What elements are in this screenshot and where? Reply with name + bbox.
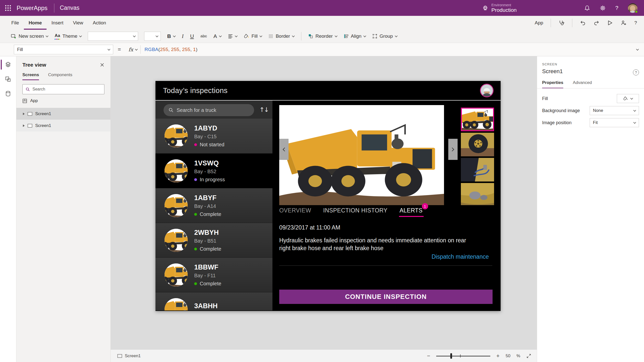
zoom-out-button[interactable]: − <box>427 353 430 359</box>
truck-list-item[interactable]: 1ABYF Bay - A14 Complete <box>155 188 272 223</box>
tab-inspection-history[interactable]: INSPECTION HISTORY <box>323 207 388 214</box>
truck-list-item[interactable]: 3ABHH Bay - B09 <box>155 292 272 310</box>
tab-screens[interactable]: Screens <box>22 72 39 80</box>
menu-view[interactable]: View <box>68 16 88 30</box>
fill-color-picker[interactable] <box>617 94 639 103</box>
preview-play-icon[interactable] <box>607 20 613 26</box>
status-text: Complete <box>200 211 221 217</box>
align-button[interactable]: Align <box>340 31 369 41</box>
dispatch-maintenance-link[interactable]: Dispatch maintenance <box>431 253 489 260</box>
image-position-select[interactable]: Fit <box>590 118 639 127</box>
tree-tabs: Screens Components <box>22 72 104 80</box>
user-avatar[interactable] <box>628 3 637 13</box>
zoom-slider[interactable] <box>436 353 490 359</box>
settings-gear-icon[interactable] <box>600 5 606 11</box>
notifications-bell-icon[interactable] <box>584 5 590 11</box>
panel-help-icon[interactable]: ? <box>633 69 639 75</box>
tree-search-input[interactable] <box>32 87 95 92</box>
help-icon[interactable]: ? <box>615 5 618 11</box>
carousel-thumbnail-brake-hose[interactable] <box>461 158 494 182</box>
zoom-slider-handle[interactable] <box>450 353 452 359</box>
alert-timestamp: 09/23/2017 at 11:00 AM <box>279 224 340 231</box>
zoom-in-button[interactable]: + <box>496 353 500 359</box>
redo-icon[interactable] <box>593 20 599 26</box>
tabs-divider <box>537 88 644 88</box>
carousel-prev-button[interactable] <box>279 139 289 160</box>
background-image-select[interactable]: None <box>590 106 639 115</box>
formula-expand-chevron[interactable] <box>636 48 639 51</box>
theme-button[interactable]: Aa Theme <box>51 31 85 41</box>
tab-advanced[interactable]: Advanced <box>573 80 592 88</box>
rail-tree-view-icon[interactable] <box>0 57 16 72</box>
app-header[interactable]: Today’s inspections <box>155 81 501 101</box>
expand-caret-icon[interactable] <box>23 113 25 115</box>
app-button[interactable]: App <box>535 20 543 26</box>
strikethrough-button[interactable]: abc <box>197 31 210 41</box>
paint-bucket-icon <box>623 96 628 101</box>
tab-alerts[interactable]: ALERTS 1 <box>399 207 422 214</box>
help-icon[interactable]: ? <box>634 20 637 26</box>
image-position-value: Fit <box>593 120 598 125</box>
truck-list-item[interactable]: 1BBWF Bay - F11 Complete <box>155 257 272 292</box>
menu-action[interactable]: Action <box>88 16 111 30</box>
new-screen-button[interactable]: New screen <box>8 31 51 41</box>
truck-id: 1ABYD <box>194 124 224 132</box>
tree-item-screen1[interactable]: Screen1 <box>16 108 110 120</box>
inspector-avatar[interactable] <box>480 84 494 97</box>
menu-file[interactable]: File <box>7 16 24 30</box>
carousel-thumbnail-axle[interactable] <box>461 183 494 205</box>
waffle-menu-icon[interactable] <box>0 0 16 16</box>
statusbar-screen[interactable]: Screen1 <box>117 350 141 362</box>
rail-insert-icon[interactable] <box>0 72 16 86</box>
truck-search-box[interactable] <box>164 104 254 116</box>
border-button[interactable]: Border <box>265 31 298 41</box>
app-canvas[interactable]: Today’s inspections <box>155 81 501 311</box>
fx-select[interactable]: fx <box>126 45 140 54</box>
fill-button[interactable]: Fill <box>240 31 265 41</box>
carousel-next-button[interactable] <box>448 139 458 160</box>
undo-icon[interactable] <box>580 20 586 26</box>
text-align-button[interactable] <box>225 31 240 41</box>
formula-input[interactable]: RGBA(255, 255, 255, 1) <box>145 47 198 52</box>
italic-button[interactable]: I <box>179 31 187 41</box>
truck-bay: Bay - A14 <box>194 203 221 209</box>
product-name[interactable]: PowerApps <box>17 5 48 12</box>
alert-message: Hydraulic brakes failed inspection and n… <box>279 237 466 252</box>
tab-overview[interactable]: OVERVIEW <box>279 207 311 214</box>
share-person-add-icon[interactable] <box>621 20 627 26</box>
fit-to-window-icon[interactable] <box>526 353 531 358</box>
carousel-thumbnail-wheel[interactable] <box>461 133 494 156</box>
tab-components[interactable]: Components <box>48 72 72 80</box>
truck-list-item[interactable]: 2WBYH Bay - B51 Complete <box>155 223 272 257</box>
truck-search-input[interactable] <box>177 107 245 113</box>
menu-home[interactable]: Home <box>24 16 47 30</box>
tree-search-box[interactable] <box>22 84 104 94</box>
expand-caret-icon[interactable] <box>23 124 25 127</box>
truck-list-item[interactable]: 1ABYD Bay - C15 Not started <box>155 119 272 153</box>
truck-list-item-selected[interactable]: 1VSWQ Bay - B52 In progress <box>155 153 272 188</box>
carousel-thumbnail-truck[interactable] <box>461 108 494 131</box>
font-size-select[interactable] <box>144 32 161 41</box>
chevron-down-icon <box>79 34 82 37</box>
close-icon[interactable] <box>100 63 104 67</box>
tree-item-app[interactable]: App <box>22 98 104 103</box>
property-select[interactable]: Fill <box>14 45 113 54</box>
environment-switcher[interactable]: Environment Production <box>482 3 516 13</box>
search-icon <box>169 108 174 113</box>
reorder-button[interactable]: Reorder <box>305 31 340 41</box>
group-button[interactable]: Group <box>369 31 400 41</box>
rail-data-sources-icon[interactable] <box>0 86 16 101</box>
continue-inspection-button[interactable]: CONTINUE INSPECTION <box>279 290 493 304</box>
app-checker-stethoscope-icon[interactable] <box>558 20 565 26</box>
tree-item-screen1-b[interactable]: Screen1 <box>16 120 110 131</box>
status-text: Not started <box>200 142 224 148</box>
menu-divider <box>572 19 572 27</box>
underline-button[interactable]: U <box>187 31 197 41</box>
sort-icon[interactable]: ↑↓ <box>259 106 268 113</box>
font-family-select[interactable] <box>88 32 138 41</box>
menu-insert[interactable]: Insert <box>47 16 68 30</box>
tab-properties[interactable]: Properties <box>542 80 563 88</box>
app-title[interactable]: Today’s inspections <box>163 86 228 95</box>
bold-button[interactable]: B <box>164 31 178 41</box>
font-color-button[interactable]: A <box>210 31 225 41</box>
